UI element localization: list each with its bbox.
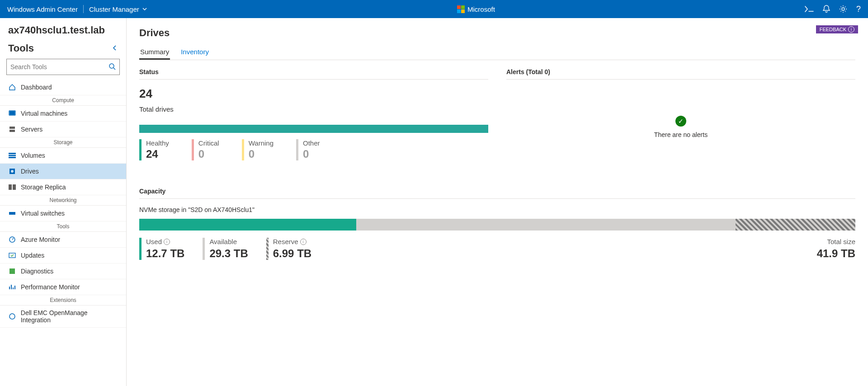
svg-rect-16 (9, 268, 15, 274)
replica-icon (8, 183, 16, 191)
info-icon[interactable]: i (164, 239, 170, 245)
help-button[interactable]: ? (856, 5, 861, 14)
svg-point-0 (842, 8, 844, 10)
svg-rect-11 (9, 184, 12, 190)
healthy-label: Healthy (146, 139, 169, 147)
nav-virtual-machines[interactable]: Virtual machines (0, 106, 126, 122)
warning-value: 0 (249, 148, 274, 160)
capacity-section: Capacity NVMe storage in "S2D on AX740HS… (139, 188, 855, 260)
nav-label: Volumes (21, 152, 45, 159)
collapse-sidebar-button[interactable] (112, 45, 118, 52)
capacity-storage-desc: NVMe storage in "S2D on AX740HSclu1" (139, 206, 855, 213)
svg-rect-6 (9, 153, 16, 154)
shell-button[interactable] (805, 6, 814, 12)
info-icon: i (848, 26, 854, 33)
chevron-left-icon (112, 45, 118, 51)
available-label: Available (209, 238, 237, 245)
nav-updates[interactable]: Updates (0, 248, 126, 264)
feedback-button[interactable]: FEEDBACK i (816, 25, 858, 33)
settings-button[interactable] (839, 5, 847, 13)
search-tools-box[interactable] (6, 59, 120, 75)
switch-icon (8, 209, 16, 217)
nav-label: Updates (21, 252, 44, 259)
ms-label: Microsoft (467, 5, 495, 13)
nav-dell-omi[interactable]: Dell EMC OpenManage Integration (0, 306, 126, 328)
svg-point-17 (9, 314, 15, 319)
nav-label: Performance Monitor (21, 283, 80, 291)
critical-label: Critical (198, 139, 219, 147)
status-warning: Warning 0 (242, 139, 274, 160)
reserve-label: Reserve (273, 238, 298, 245)
no-alerts-text: There are no alerts (506, 131, 855, 138)
brand-label[interactable]: Windows Admin Center (7, 5, 78, 13)
server-icon (8, 125, 16, 133)
home-icon (8, 83, 16, 91)
warning-label: Warning (249, 139, 274, 147)
reserve-value: 6.99 TB (273, 247, 311, 260)
total-size-value: 41.9 TB (817, 247, 855, 260)
nav-volumes[interactable]: Volumes (0, 148, 126, 164)
svg-rect-3 (9, 111, 15, 115)
nav-storage-replica[interactable]: Storage Replica (0, 179, 126, 195)
notifications-button[interactable] (823, 5, 830, 13)
nav-group-compute: Compute (0, 95, 126, 106)
nav-label: Drives (21, 168, 39, 175)
capacity-total: Total size 41.9 TB (817, 238, 855, 260)
total-drives-label: Total drives (139, 105, 488, 113)
nav-label: Dashboard (21, 84, 52, 91)
status-heading: Status (139, 68, 488, 80)
tools-heading: Tools (8, 42, 34, 54)
svg-rect-7 (9, 155, 16, 156)
nav-label: Dell EMC OpenManage Integration (21, 309, 118, 324)
nav-virtual-switches[interactable]: Virtual switches (0, 206, 126, 221)
search-icon (108, 63, 116, 71)
nav-group-extensions: Extensions (0, 295, 126, 306)
capacity-available: Available 29.3 TB (203, 238, 248, 260)
nav-azure-monitor[interactable]: Azure Monitor (0, 232, 126, 248)
updates-icon (8, 251, 16, 259)
capacity-reserve: Reservei 6.99 TB (266, 238, 311, 260)
alerts-heading: Alerts (Total 0) (506, 68, 855, 80)
used-value: 12.7 TB (146, 247, 184, 260)
nav-drives[interactable]: Drives (0, 164, 126, 179)
nav-servers[interactable]: Servers (0, 122, 126, 137)
tab-inventory[interactable]: Inventory (180, 45, 210, 60)
other-label: Other (303, 139, 320, 147)
svg-rect-13 (9, 212, 15, 215)
healthy-value: 24 (146, 148, 169, 160)
total-drives-value: 24 (139, 87, 488, 101)
other-value: 0 (303, 148, 320, 160)
nav-group-storage: Storage (0, 137, 126, 148)
perfmon-icon (8, 283, 16, 291)
topbar: Windows Admin Center Cluster Manager Mic… (0, 0, 868, 18)
nav-performance-monitor[interactable]: Performance Monitor (0, 279, 126, 295)
status-healthy: Healthy 24 (139, 139, 169, 160)
alerts-section: Alerts (Total 0) ✓ There are no alerts (506, 68, 855, 160)
volumes-icon (8, 151, 16, 160)
tabs: Summary Inventory (139, 45, 855, 60)
status-section: Status 24 Total drives Healthy 24 Critic… (139, 68, 488, 160)
terminal-icon (805, 6, 814, 12)
svg-rect-4 (9, 127, 15, 129)
status-critical: Critical 0 (192, 139, 219, 160)
svg-rect-5 (9, 130, 15, 132)
nav-label: Virtual switches (21, 210, 65, 217)
svg-point-10 (11, 170, 14, 173)
nav-diagnostics[interactable]: Diagnostics (0, 264, 126, 279)
tab-summary[interactable]: Summary (139, 45, 170, 60)
no-alerts: ✓ There are no alerts (506, 116, 855, 138)
context-label: Cluster Manager (89, 5, 139, 13)
context-switcher[interactable]: Cluster Manager (89, 5, 147, 13)
capacity-heading: Capacity (139, 188, 855, 199)
diagnostics-icon (8, 267, 16, 275)
used-label: Used (146, 238, 162, 245)
search-input[interactable] (10, 63, 108, 71)
drive-icon (8, 167, 16, 175)
nav-dashboard[interactable]: Dashboard (0, 80, 126, 95)
svg-rect-8 (9, 157, 16, 158)
ms-brand[interactable]: Microsoft (457, 5, 495, 13)
nav-label: Diagnostics (21, 268, 53, 275)
dell-icon (8, 312, 16, 320)
info-icon[interactable]: i (300, 239, 307, 245)
svg-point-1 (109, 64, 114, 68)
